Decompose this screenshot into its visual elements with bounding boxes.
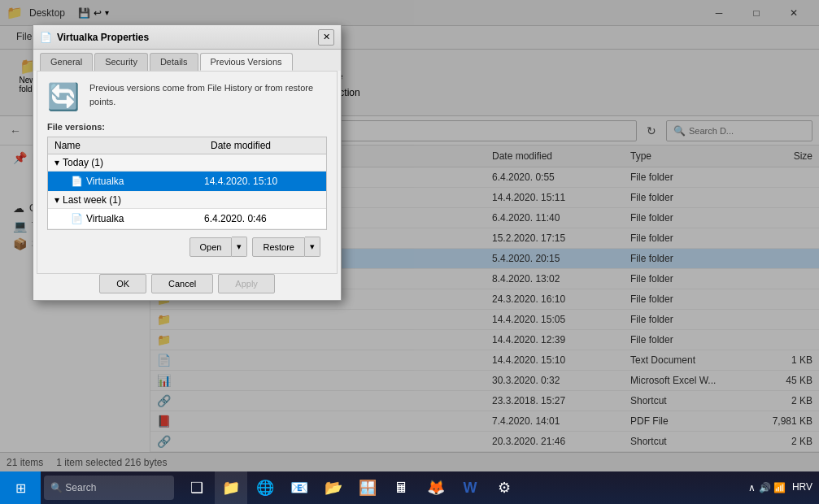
version-file-icon: 📄 <box>71 213 83 224</box>
dialog-content: 🔄 Previous versions come from File Histo… <box>37 71 338 274</box>
taskbar-item-settings[interactable]: ⚙ <box>488 471 521 504</box>
start-button[interactable]: ⊞ <box>0 471 41 504</box>
ok-button[interactable]: OK <box>99 274 146 293</box>
dialog-actions: Open ▾ Restore ▾ <box>47 230 327 263</box>
dialog-tab-details[interactable]: Details <box>150 53 198 71</box>
taskbar-item-taskview[interactable]: ❑ <box>181 471 213 504</box>
tray-icons: ∧ 🔊 📶 <box>748 482 786 493</box>
versions-group-lastweek: ▾ Last week (1) 📄 Virtualka 6.4.2020. 0:… <box>48 192 326 229</box>
version-date-today-1: 14.4.2020. 15:10 <box>198 173 320 189</box>
version-name-today-1: Virtualka <box>86 176 124 187</box>
dialog-section-label: File versions: <box>47 122 327 132</box>
expand-icon: ▾ <box>54 157 59 168</box>
dialog-titlebar: 📄 Virtualka Properties ✕ <box>33 25 341 50</box>
version-name-lastweek-1: Virtualka <box>86 213 124 224</box>
taskbar-item-folder2[interactable]: 📂 <box>317 471 350 504</box>
dialog-title: Virtualka Properties <box>57 32 313 43</box>
properties-dialog: 📄 Virtualka Properties ✕ General Securit… <box>33 24 342 301</box>
group-today-label: Today (1) <box>63 157 103 168</box>
dialog-bottom-buttons: OK Cancel Apply <box>33 274 341 300</box>
versions-col-name: Name <box>48 137 204 154</box>
dialog-description: Previous versions come from File History… <box>89 81 327 108</box>
versions-group-today-header[interactable]: ▾ Today (1) <box>48 154 326 172</box>
restore-btn-group: Restore ▾ <box>252 237 320 257</box>
versions-group-lastweek-header[interactable]: ▾ Last week (1) <box>48 192 326 209</box>
taskbar-item-explorer[interactable]: 📁 <box>215 471 247 504</box>
dialog-title-icon: 📄 <box>40 32 52 43</box>
dialog-tab-security[interactable]: Security <box>94 53 148 71</box>
dialog-header-icon: 🔄 <box>47 81 80 112</box>
restore-dropdown-button[interactable]: ▾ <box>305 237 320 257</box>
cancel-button[interactable]: Cancel <box>151 274 213 293</box>
dialog-close-button[interactable]: ✕ <box>318 29 334 46</box>
versions-header: Name Date modified <box>48 137 326 154</box>
versions-row-today-1[interactable]: 📄 Virtualka 14.4.2020. 15:10 <box>48 172 326 192</box>
open-btn-group: Open ▾ <box>190 237 248 257</box>
taskbar: ⊞ 🔍 Search ❑ 📁 🌐 📧 📂 🪟 🖩 🦊 W ⚙ ∧ 🔊 📶 HRV <box>0 471 819 504</box>
versions-row-lastweek-1[interactable]: 📄 Virtualka 6.4.2020. 0:46 <box>48 209 326 229</box>
taskbar-items: ❑ 📁 🌐 📧 📂 🪟 🖩 🦊 W ⚙ <box>181 471 521 504</box>
versions-col-date: Date modified <box>204 137 326 154</box>
taskbar-item-firefox[interactable]: 🦊 <box>420 471 452 504</box>
open-dropdown-button[interactable]: ▾ <box>232 237 247 257</box>
taskbar-item-browser[interactable]: 🌐 <box>249 471 281 504</box>
open-button[interactable]: Open <box>190 237 233 257</box>
dialog-tab-general[interactable]: General <box>40 53 93 71</box>
taskbar-item-calc[interactable]: 🖩 <box>386 471 418 504</box>
expand-icon: ▾ <box>54 194 59 206</box>
taskbar-tray: ∧ 🔊 📶 HRV <box>748 481 819 494</box>
taskbar-item-windows[interactable]: 🪟 <box>351 471 384 504</box>
dialog-tab-previous-versions[interactable]: Previous Versions <box>200 53 293 71</box>
dialog-tabs: General Security Details Previous Versio… <box>33 50 341 71</box>
version-file-icon: 📄 <box>71 176 83 187</box>
versions-group-today: ▾ Today (1) 📄 Virtualka 14.4.2020. 15:10 <box>48 154 326 192</box>
taskbar-item-mail[interactable]: 📧 <box>283 471 316 504</box>
taskbar-search[interactable]: 🔍 Search <box>44 476 174 500</box>
apply-button[interactable]: Apply <box>218 274 275 293</box>
versions-table: Name Date modified ▾ Today (1) 📄 Virtual… <box>47 137 327 230</box>
group-lastweek-label: Last week (1) <box>63 194 121 206</box>
taskbar-clock: HRV <box>792 481 812 494</box>
restore-button[interactable]: Restore <box>252 237 305 257</box>
version-date-lastweek-1: 6.4.2020. 0:46 <box>198 211 320 227</box>
taskbar-item-word[interactable]: W <box>454 471 486 504</box>
dialog-header: 🔄 Previous versions come from File Histo… <box>47 81 327 112</box>
